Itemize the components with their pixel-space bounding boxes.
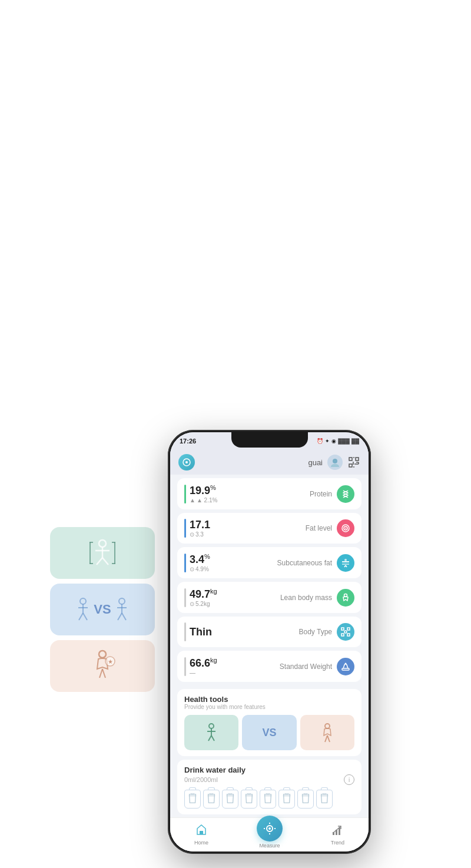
water-cup-6[interactable] [278,790,295,809]
bodytype-value: Thin [190,626,212,638]
app-logo[interactable] [178,454,195,471]
fat-change-value: 3.3 [195,531,204,538]
nav-trend[interactable]: Trend [331,824,344,846]
metric-row-subcut[interactable]: 3.4% ⊙ 4.9% Subcutaneous fat [177,547,361,578]
water-info-button[interactable]: i [344,774,354,785]
body-scan-icon [341,627,350,637]
logo-icon [182,458,191,467]
home-icon [195,824,207,839]
subcut-change-value: 4.9% [195,566,209,572]
tool-vs-comparison[interactable]: VS [242,715,296,750]
header-avatar[interactable] [327,455,343,470]
svg-point-54 [209,724,214,728]
lean-icon-btn[interactable] [337,589,354,607]
phone-screen: 17:26 ⏰ ✦ ◉ ▓▓▓ ▓▓ guai [170,432,369,852]
metric-row-bodytype[interactable]: Thin Body Type [177,617,361,647]
svg-rect-73 [285,793,288,794]
water-cup-4[interactable] [241,790,257,809]
subcut-icon-btn[interactable] [337,554,354,572]
fat-change: ⊙ 3.3 [190,531,210,538]
metric-bar-lean [184,588,186,607]
trend-label: Trend [331,840,344,846]
svg-line-3 [97,558,102,565]
water-amount: 0ml/2000ml [184,776,218,783]
svg-rect-47 [341,628,344,630]
svg-line-60 [325,736,327,742]
home-label: Home [194,840,208,846]
status-icons: ⏰ ✦ ◉ ▓▓▓ ▓▓ [317,438,359,444]
protein-icon-btn[interactable] [337,485,354,503]
water-cup-8[interactable] [316,790,333,809]
header-scan-button[interactable] [347,456,360,469]
svg-line-15 [83,613,87,620]
vs-figure-left-icon [75,597,91,622]
phone-side-button-left-1 [168,489,168,509]
subcut-value: 3.4% [190,554,210,565]
water-amount-row: 0ml/2000ml i [184,774,354,785]
tool-body-figure[interactable] [300,715,354,750]
app-content: guai [170,450,369,852]
metric-bar-fat [184,519,186,538]
tool-body-analysis[interactable] [184,715,238,750]
side-card-figure[interactable]: ★ [50,640,155,692]
svg-rect-52 [342,668,349,670]
water-cups [184,790,354,809]
status-time: 17:26 [180,438,196,445]
nav-home[interactable]: Home [194,824,208,846]
svg-line-57 [208,736,211,741]
nav-measure[interactable]: Measure [257,821,283,849]
metric-left-fat: 17.1 ⊙ 3.3 [184,519,210,538]
subcut-label: Subcutaneous fat [277,559,332,567]
metric-row-protein[interactable]: 19.9% ▲ ▲ 2.1% Protein [177,478,361,509]
alarm-icon: ⏰ [317,438,323,444]
stdweight-icon-btn[interactable] [337,658,354,675]
bodytype-icon-btn[interactable] [337,623,354,641]
protein-change-value: ▲ 2.1% [197,497,217,503]
water-cup-1[interactable] [184,790,201,809]
side-card-body[interactable] [50,527,155,579]
water-cup-5[interactable] [260,790,276,809]
measure-button[interactable] [257,816,283,842]
svg-point-53 [345,662,347,664]
lean-change-icon: ⊙ [190,601,194,607]
phone-side-button-right [370,501,371,530]
header-right: guai [308,455,360,470]
svg-rect-50 [347,634,350,636]
metric-left-subcut: 3.4% ⊙ 4.9% [184,553,210,572]
metric-right-protein: Protein [310,485,354,503]
water-cup-7[interactable] [297,790,314,809]
phone-side-button-left-2 [168,515,168,536]
lean-label: Lean body mass [280,594,332,602]
cup-icon-2 [206,793,217,805]
svg-line-23 [102,669,105,678]
phone-frame: 17:26 ⏰ ✦ ◉ ▓▓▓ ▓▓ guai [168,430,371,854]
fat-icon-btn[interactable] [337,519,354,537]
svg-point-16 [119,598,125,604]
svg-point-27 [185,461,188,463]
svg-point-28 [333,459,337,463]
svg-point-59 [325,724,330,728]
stdweight-left: 66.6kg — [184,657,217,676]
water-cup-3[interactable] [222,790,238,809]
side-card-vs[interactable]: VS [50,584,155,635]
trend-icon [331,824,343,839]
app-header: guai [170,450,369,475]
metric-row-fat[interactable]: 17.1 ⊙ 3.3 Fat level [177,513,361,544]
protein-value: 19.9% [190,485,216,496]
stdweight-dash-val: — [190,670,195,676]
stdweight-value-wrap: 66.6kg — [190,657,217,676]
stdweight-dash: — [190,670,217,676]
metric-row-lean[interactable]: 49.7kg ⊙ 5.2kg Lean body mass [177,582,361,613]
water-cup-2[interactable] [203,790,220,809]
metric-row-stdweight[interactable]: 66.6kg — Standard Weight [177,651,361,682]
phone-notch [231,432,308,448]
protein-change-arrow: ▲ [190,497,195,503]
tools-row: VS [184,715,354,750]
svg-rect-67 [228,793,231,794]
svg-rect-75 [304,793,307,794]
signal-icon: ▓▓▓ [338,438,350,444]
svg-point-51 [344,631,347,633]
bluetooth-icon: ✦ [325,438,330,444]
svg-point-43 [344,559,347,561]
subcut-change-icon: ⊙ [190,566,194,572]
